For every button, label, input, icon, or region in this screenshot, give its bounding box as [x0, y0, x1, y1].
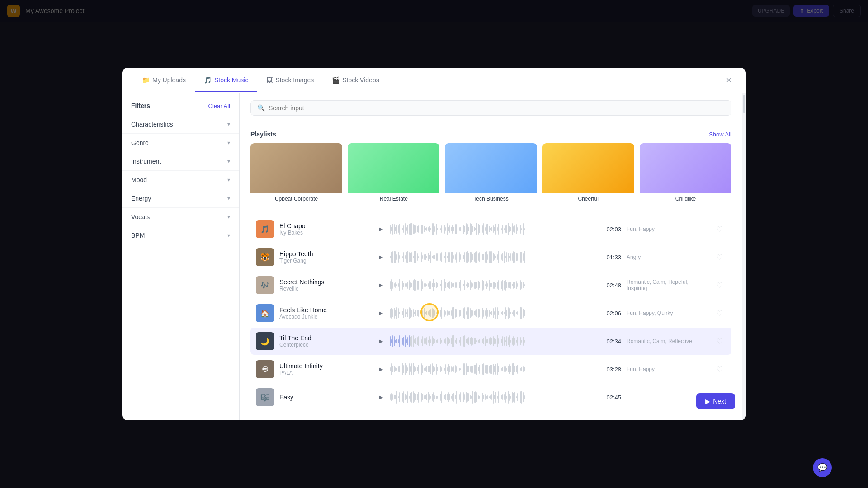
- playlist-card-tech-business[interactable]: Tech Business: [445, 143, 537, 205]
- track-favorite-button[interactable]: ♡: [713, 335, 726, 347]
- filter-characteristics-header[interactable]: Characteristics ▾: [122, 115, 239, 133]
- waveform-bar: [401, 394, 401, 400]
- playlist-card-cheerful[interactable]: Cheerful: [542, 143, 634, 205]
- filter-instrument-header[interactable]: Instrument ▾: [122, 152, 239, 170]
- show-all-button[interactable]: Show All: [709, 131, 731, 138]
- filter-bpm-header[interactable]: BPM ▾: [122, 226, 239, 244]
- waveform-bar: [391, 279, 392, 291]
- filter-energy-header[interactable]: Energy ▾: [122, 189, 239, 207]
- playlist-card-label: Cheerful: [542, 193, 634, 205]
- play-button[interactable]: ▶: [375, 280, 386, 291]
- tab-stock-videos[interactable]: 🎬 Stock Videos: [323, 69, 388, 92]
- tab-stock-music[interactable]: 🎵 Stock Music: [195, 69, 257, 92]
- waveform-bar: [471, 252, 472, 263]
- track-row[interactable]: 🎼 Easy ▶ 02:45 ♡: [250, 384, 731, 411]
- waveform-bar: [517, 283, 518, 287]
- playlist-card-childlike[interactable]: Childlike: [640, 143, 731, 205]
- waveform-bar: [411, 363, 412, 375]
- filter-vocals-header[interactable]: Vocals ▾: [122, 208, 239, 226]
- filter-genre-header[interactable]: Genre ▾: [122, 134, 239, 152]
- waveform-bar: [434, 226, 435, 231]
- waveform-bar: [510, 366, 511, 372]
- waveform-bar: [395, 395, 396, 399]
- waveform-bar: [462, 283, 462, 287]
- waveform-bar: [510, 340, 511, 343]
- tab-my-uploads[interactable]: 📁 My Uploads: [133, 69, 195, 92]
- play-button[interactable]: ▶: [375, 336, 386, 347]
- waveform-bar: [444, 310, 445, 317]
- waveform-bar: [470, 223, 471, 235]
- chevron-down-icon: ▾: [227, 232, 230, 239]
- track-favorite-button[interactable]: ♡: [713, 223, 726, 235]
- track-artist: Tiger Gang: [279, 258, 370, 264]
- track-name: El Chapo: [279, 222, 370, 230]
- playlist-card-image: [542, 143, 634, 193]
- track-row[interactable]: 🏠 Feels Like Home Avocado Junkie ▶ 02:06…: [250, 300, 731, 327]
- waveform-bar: [493, 225, 494, 233]
- waveform-bar: [413, 280, 414, 291]
- track-waveform-area: ▶: [375, 278, 598, 292]
- track-row[interactable]: 🐯 Hippo Teeth Tiger Gang ▶ 01:33 Angry ♡: [250, 244, 731, 271]
- waveform-bar: [491, 227, 492, 232]
- waveform-bar: [413, 363, 414, 375]
- waveform-bar: [391, 227, 392, 231]
- waveform-bar: [495, 392, 496, 403]
- waveform-bar: [396, 368, 397, 371]
- track-row[interactable]: 🎶 Secret Nothings Reveille ▶ 02:48 Roman…: [250, 272, 731, 299]
- waveform-bar: [489, 396, 490, 398]
- track-waveform-area: ▶: [375, 250, 598, 264]
- waveform-bar: [452, 394, 453, 401]
- track-duration: 02:48: [603, 282, 621, 289]
- track-favorite-button[interactable]: ♡: [713, 251, 726, 263]
- waveform-bar: [472, 226, 473, 232]
- track-row[interactable]: ♾ Ultimate Infinity PALA ▶ 03:28 Fun, Ha…: [250, 356, 731, 383]
- waveform-bar: [441, 307, 442, 319]
- waveform-bar: [394, 283, 395, 287]
- scrollbar[interactable]: [742, 93, 746, 420]
- play-button[interactable]: ▶: [375, 252, 386, 263]
- next-button[interactable]: ▶ Next: [696, 393, 735, 409]
- waveform-bar: [390, 256, 391, 258]
- waveform-bar: [425, 367, 426, 371]
- waveform-bar: [420, 256, 420, 258]
- waveform-bar: [433, 338, 434, 345]
- track-row[interactable]: 🎵 El Chapo Ivy Bakes ▶ 02:03 Fun, Happy …: [250, 216, 731, 243]
- playlist-card-real-estate[interactable]: Real Estate: [348, 143, 439, 205]
- waveform-bar: [479, 252, 480, 263]
- waveform-bar: [443, 254, 443, 261]
- filter-mood-header[interactable]: Mood ▾: [122, 171, 239, 189]
- waveform-bar: [519, 393, 519, 401]
- waveform-bar: [414, 393, 415, 402]
- waveform-bar: [483, 395, 484, 399]
- waveform-bar: [425, 254, 426, 260]
- filter-mood: Mood ▾: [122, 170, 239, 189]
- waveform-bar: [512, 363, 513, 375]
- chat-bubble[interactable]: 💬: [813, 458, 832, 477]
- clear-all-button[interactable]: Clear All: [208, 103, 230, 109]
- waveform-bar: [418, 392, 419, 403]
- play-button[interactable]: ▶: [375, 224, 386, 235]
- waveform-bar: [402, 338, 403, 345]
- waveform-bar: [441, 225, 442, 233]
- waveform-bar: [501, 228, 502, 230]
- play-button[interactable]: ▶: [375, 392, 386, 403]
- play-button[interactable]: ▶: [375, 308, 386, 319]
- search-input[interactable]: [269, 104, 725, 112]
- waveform-bar: [395, 282, 396, 288]
- waveform-bar: [460, 392, 461, 403]
- waveform-bar: [478, 395, 479, 399]
- play-button[interactable]: ▶: [375, 364, 386, 375]
- waveform-bar: [470, 252, 471, 262]
- track-favorite-button[interactable]: ♡: [713, 363, 726, 375]
- waveform-bar: [471, 224, 472, 234]
- playlist-card-upbeat-corporate[interactable]: Upbeat Corporate: [250, 143, 342, 205]
- close-button[interactable]: ×: [722, 73, 735, 87]
- waveform-bar: [501, 312, 502, 314]
- waveform-bar: [510, 227, 511, 231]
- track-row[interactable]: 🌙 Til The End Centerpiece ▶ 02:34 Romant…: [250, 328, 731, 355]
- tab-stock-images[interactable]: 🖼 Stock Images: [257, 69, 323, 92]
- waveform-bar: [470, 395, 471, 399]
- waveform-bar: [494, 282, 495, 288]
- track-favorite-button[interactable]: ♡: [713, 279, 726, 291]
- track-favorite-button[interactable]: ♡: [713, 307, 726, 319]
